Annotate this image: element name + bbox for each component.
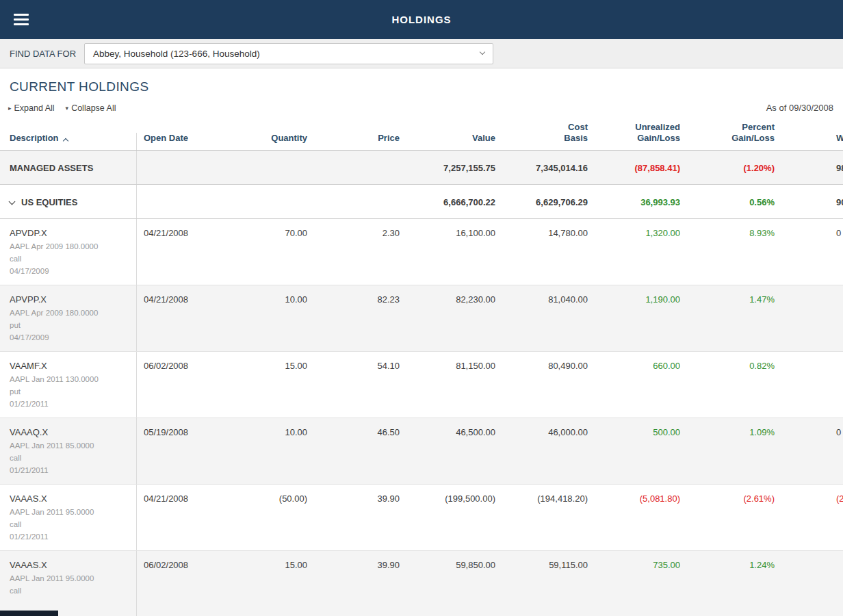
cell-open-date: 05/19/2008 [137, 418, 209, 484]
cell-weight-partial: 90 [779, 185, 843, 218]
description-line: 04/17/2009 [10, 332, 136, 344]
group-row[interactable]: US EQUITIES6,666,700.226,629,706.2936,99… [0, 185, 843, 219]
cell-quantity [209, 151, 311, 184]
ticker: APVPP.X [10, 294, 136, 305]
position-description: VAAAQ.XAAPL Jan 2011 85.0000call01/21/20… [0, 418, 137, 484]
collapse-all-label: Collapse All [71, 103, 116, 113]
cell-weight-partial [779, 551, 843, 616]
cell-open-date: 04/21/2008 [137, 219, 209, 285]
cell-unrealized-gain-loss: 36,993.93 [592, 185, 684, 218]
cell-cost-basis: 80,490.00 [500, 352, 592, 418]
column-header-percent-gain-loss[interactable]: Percent Gain/Loss [684, 122, 779, 151]
column-header-cost-basis[interactable]: Cost Basis [500, 122, 592, 151]
menu-icon[interactable] [14, 11, 29, 28]
column-header-value[interactable]: Value [404, 133, 500, 150]
cell-value: (199,500.00) [404, 485, 500, 550]
holdings-table: DescriptionOpen DateQuantityPriceValueCo… [0, 119, 843, 616]
cell-value: 82,230.00 [404, 285, 500, 351]
cell-cost-basis: 7,345,014.16 [500, 151, 592, 184]
cell-price [311, 185, 404, 218]
cell-percent-gain-loss: 1.47% [684, 285, 779, 351]
cell-open-date: 04/21/2008 [137, 485, 209, 550]
cell-percent-gain-loss: 0.82% [684, 352, 779, 418]
find-data-select[interactable]: Abbey, Household (123-666, Household) [84, 43, 493, 64]
cell-unrealized-gain-loss: 1,190.00 [592, 285, 684, 351]
column-header-w[interactable]: W [779, 133, 843, 150]
column-header-unrealized-gain-loss[interactable]: Unrealized Gain/Loss [592, 122, 684, 151]
expand-all-button[interactable]: ▸ Expand All [8, 103, 55, 113]
description-line: call [10, 452, 136, 465]
column-header-label: W [836, 133, 843, 143]
section-title: CURRENT HOLDINGS [0, 79, 843, 94]
column-header-description[interactable]: Description [0, 133, 137, 150]
summary-row: MANAGED ASSETS7,257,155.757,345,014.16(8… [0, 151, 843, 185]
description-line: put [10, 320, 136, 332]
cell-quantity: 10.00 [209, 418, 311, 484]
top-bar: HOLDINGS [0, 0, 843, 39]
cell-weight-partial: (2 [779, 485, 843, 550]
cell-price: 54.10 [311, 352, 404, 418]
collapse-all-button[interactable]: ▾ Collapse All [66, 103, 116, 113]
cell-value: 7,257,155.75 [404, 151, 500, 184]
position-row: VAAAS.XAAPL Jan 2011 95.0000call01/21/20… [0, 485, 843, 551]
position-description: VAAAS.XAAPL Jan 2011 95.0000call [0, 551, 137, 616]
chevron-down-icon [480, 49, 485, 55]
cell-price: 39.90 [311, 485, 404, 550]
cell-quantity: 10.00 [209, 285, 311, 351]
cell-cost-basis: 46,000.00 [500, 418, 592, 484]
chevron-down-icon[interactable] [9, 198, 16, 205]
description-line: 04/17/2009 [10, 266, 136, 278]
cell-cost-basis: 81,040.00 [500, 285, 592, 351]
cell-quantity: 70.00 [209, 219, 311, 285]
group-name: US EQUITIES [0, 185, 137, 218]
column-header-open-date[interactable]: Open Date [137, 133, 209, 150]
cell-unrealized-gain-loss: 500.00 [592, 418, 684, 484]
ticker: VAAAS.X [10, 493, 136, 504]
cell-unrealized-gain-loss: 1,320.00 [592, 219, 684, 285]
cell-percent-gain-loss: 0.56% [684, 185, 779, 218]
column-header-label: Value [472, 133, 495, 143]
main-content: CURRENT HOLDINGS ▸ Expand All ▾ Collapse… [0, 79, 843, 616]
cell-value: 59,850.00 [404, 551, 500, 616]
triangle-right-icon: ▸ [8, 105, 12, 112]
cell-quantity [209, 185, 311, 218]
cell-unrealized-gain-loss: (5,081.80) [592, 485, 684, 550]
description-line: call [10, 585, 136, 598]
column-header-label: Description [10, 133, 59, 143]
cell-value: 6,666,700.22 [404, 185, 500, 218]
cell-open-date [137, 151, 209, 184]
column-header-label: Quantity [271, 133, 307, 143]
column-header-price[interactable]: Price [311, 133, 404, 150]
find-data-bar: FIND DATA FOR Abbey, Household (123-666,… [0, 39, 843, 68]
cell-weight-partial: 0 [779, 219, 843, 285]
description-line: AAPL Jan 2011 85.0000 [10, 440, 136, 452]
position-row: VAAAS.XAAPL Jan 2011 95.0000call06/02/20… [0, 551, 843, 616]
column-header-label: Price [378, 133, 400, 143]
ticker: VAAAS.X [10, 560, 136, 570]
cell-quantity: (50.00) [209, 485, 311, 550]
cell-open-date [137, 185, 209, 218]
cell-unrealized-gain-loss: (87,858.41) [592, 151, 684, 184]
description-line: AAPL Apr 2009 180.0000 [10, 307, 136, 320]
group-name-label: US EQUITIES [21, 197, 77, 207]
description-line: 01/21/2011 [10, 531, 136, 543]
description-line: call [10, 519, 136, 531]
triangle-down-icon: ▾ [66, 105, 69, 112]
position-description: APVPP.XAAPL Apr 2009 180.0000put04/17/20… [0, 285, 137, 351]
column-header-quantity[interactable]: Quantity [209, 133, 311, 150]
group-name: MANAGED ASSETS [0, 151, 137, 184]
cell-price [311, 151, 404, 184]
column-header-label: Cost Basis [564, 122, 588, 143]
cell-value: 46,500.00 [404, 418, 500, 484]
cell-weight-partial [779, 352, 843, 418]
position-description: VAAMF.XAAPL Jan 2011 130.0000put01/21/20… [0, 352, 137, 418]
cell-cost-basis: (194,418.20) [500, 485, 592, 550]
ticker: VAAMF.X [10, 361, 136, 371]
cell-price: 2.30 [311, 219, 404, 285]
cell-value: 16,100.00 [404, 219, 500, 285]
cell-unrealized-gain-loss: 660.00 [592, 352, 684, 418]
bottom-partial-element [0, 611, 58, 616]
cell-open-date: 06/02/2008 [137, 551, 209, 616]
description-line: AAPL Jan 2011 130.0000 [10, 374, 136, 386]
cell-percent-gain-loss: (2.61%) [684, 485, 779, 550]
